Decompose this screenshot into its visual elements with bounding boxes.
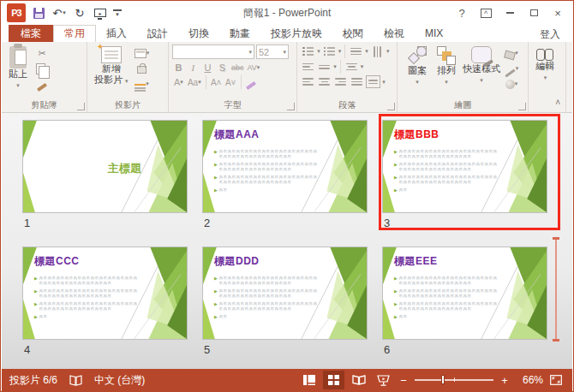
- font-dialog-launcher[interactable]: [287, 103, 295, 110]
- copy-button[interactable]: ▾: [34, 62, 50, 75]
- drawing-dialog-launcher[interactable]: [518, 103, 526, 110]
- greeked-bullet: ▶內容內容內容內容內容內容內容內容內容內容內容內容內容內容內容內容內容內容內容內…: [214, 175, 319, 185]
- collapse-ribbon-button[interactable]: ˄: [555, 98, 560, 107]
- tab-mix[interactable]: MIX: [415, 25, 453, 42]
- justify-button[interactable]: [350, 75, 364, 88]
- font-size-combobox[interactable]: 52▾: [256, 45, 289, 59]
- normal-view-button[interactable]: [298, 371, 320, 389]
- align-right-button[interactable]: [333, 75, 348, 88]
- quick-styles-label: 快速樣式: [463, 63, 500, 74]
- slide-thumbnail[interactable]: 主標題: [22, 120, 188, 213]
- indent-decrease-button[interactable]: [301, 61, 315, 74]
- font-color-button[interactable]: A▾: [172, 76, 185, 89]
- spell-check-icon[interactable]: [69, 375, 82, 386]
- italic-button[interactable]: I: [187, 61, 200, 74]
- reading-view-button[interactable]: [348, 371, 369, 389]
- reset-slide-button[interactable]: [135, 62, 150, 75]
- clear-formatting-button[interactable]: [245, 76, 258, 89]
- tab-home[interactable]: 常用: [53, 25, 96, 42]
- quick-styles-button[interactable]: 快速樣式 ▾: [459, 45, 504, 87]
- shrink-font-button[interactable]: A˅: [224, 76, 237, 89]
- format-painter-button[interactable]: [34, 77, 50, 91]
- paste-dropdown-icon[interactable]: ▾: [16, 80, 20, 91]
- clipboard-group-label: 剪貼簿: [2, 99, 87, 111]
- slide-thumbnail[interactable]: 標題EEE ▶內容內容內容內容內容內容內容內容內容內容內容內容內容內容內容內容內…: [382, 246, 547, 340]
- section-button[interactable]: ▾: [135, 77, 150, 91]
- align-text-button[interactable]: [344, 61, 359, 74]
- text-shadow-button[interactable]: S: [216, 61, 229, 74]
- maximize-button[interactable]: [523, 4, 545, 21]
- slide-thumbnail[interactable]: 標題CCC ▶內容內容內容內容內容內容內容內容內容內容內容內容內容內容內容內容內…: [22, 246, 188, 340]
- shapes-icon: [404, 46, 430, 65]
- shape-fill-button[interactable]: ▾: [504, 46, 519, 60]
- slide-thumbnail[interactable]: 標題DDD ▶內容內容內容內容內容內容內容內容內容內容內容內容內容內容內容內容內…: [202, 246, 368, 340]
- slide-sorter-workspace[interactable]: 主標題 1 標題AAA ▶內容內容內容內容內容內容內容內容內容內容內容內容內容內…: [2, 113, 572, 369]
- undo-button[interactable]: ↶▾: [51, 5, 67, 21]
- start-slideshow-button[interactable]: ▸: [93, 5, 108, 21]
- minimize-button[interactable]: [499, 4, 521, 21]
- slideshow-view-button[interactable]: [373, 371, 394, 389]
- clipboard-dialog-launcher[interactable]: [77, 103, 85, 110]
- slide-thumbnail[interactable]: 標題AAA ▶內容內容內容內容內容內容內容內容內容內容內容內容內容內容內容內容內…: [202, 120, 368, 213]
- paste-button[interactable]: 貼上 ▾: [5, 45, 31, 92]
- slide-thumbnail[interactable]: 標題BBB ▶內容內容內容內容內容內容內容內容內容內容內容內容內容內容內容內容內…: [382, 120, 547, 213]
- save-button[interactable]: [31, 5, 46, 21]
- bold-button[interactable]: B: [172, 61, 185, 74]
- new-slide-button[interactable]: 新增 投影片 ▾: [91, 45, 132, 88]
- undo-dropdown-icon[interactable]: ▾: [63, 9, 66, 16]
- change-case-button[interactable]: Aa▾: [187, 76, 202, 89]
- cut-button[interactable]: ✂: [34, 46, 50, 60]
- shape-outline-icon: [505, 68, 515, 77]
- slide-grid: 主標題 1 標題AAA ▶內容內容內容內容內容內容內容內容內容內容內容內容內容內…: [2, 113, 550, 354]
- align-center-button[interactable]: [317, 75, 332, 88]
- arrange-button[interactable]: 排列 ▾: [433, 45, 459, 89]
- redo-button[interactable]: ↻: [72, 5, 87, 21]
- zoom-slider-handle[interactable]: [441, 375, 445, 384]
- slide-title: 標題DDD: [214, 254, 260, 269]
- editing-label: 編輯: [535, 61, 554, 72]
- zoom-slider-track[interactable]: [415, 379, 493, 381]
- tab-file[interactable]: 檔案: [9, 25, 53, 42]
- line-spacing-button[interactable]: [349, 45, 363, 58]
- maximize-icon: [530, 9, 538, 16]
- greeked-bullet: ▶內容內容內容內容內容內容內容內容內容內容內容內容內容內容內容內容內容內容內容內…: [214, 276, 319, 286]
- language-indicator[interactable]: 中文 (台灣): [94, 373, 145, 388]
- align-left-button[interactable]: [301, 75, 315, 88]
- editing-button[interactable]: 編輯 ▾: [532, 45, 558, 85]
- zoom-out-button[interactable]: −: [398, 374, 410, 387]
- zoom-percentage[interactable]: 66%: [514, 374, 543, 386]
- powerpoint-app-icon[interactable]: P3: [7, 3, 26, 22]
- close-button[interactable]: ×: [547, 4, 569, 21]
- grow-font-button[interactable]: A˄: [210, 76, 223, 89]
- customize-qat-button[interactable]: ▾: [113, 9, 122, 17]
- shape-outline-button[interactable]: ▾: [504, 62, 519, 75]
- help-button[interactable]: ?: [451, 4, 473, 21]
- fit-slide-to-window-button[interactable]: [547, 371, 565, 389]
- tab-review[interactable]: 校閱: [332, 25, 374, 42]
- numbering-button[interactable]: [322, 45, 337, 57]
- undo-icon: ↶: [52, 7, 62, 20]
- bullets-button[interactable]: [301, 45, 315, 57]
- zoom-in-button[interactable]: +: [499, 374, 511, 387]
- ribbon-display-options-button[interactable]: ˄: [475, 4, 497, 21]
- tab-slideshow[interactable]: 投影片放映: [260, 25, 332, 42]
- convert-smartart-button[interactable]: [366, 75, 380, 88]
- text-direction-button[interactable]: [371, 45, 384, 59]
- tab-transitions[interactable]: 切換: [178, 25, 219, 42]
- strikethrough-button[interactable]: abc: [230, 61, 245, 74]
- columns-button[interactable]: [317, 61, 332, 74]
- slide-layout-button[interactable]: ▾: [135, 46, 150, 60]
- sign-in-link[interactable]: 登入: [540, 27, 572, 42]
- underline-button[interactable]: U: [201, 61, 214, 74]
- tab-design[interactable]: 設計: [137, 25, 178, 42]
- character-spacing-button[interactable]: AV▾: [246, 61, 260, 74]
- paragraph-dialog-launcher[interactable]: [387, 103, 395, 110]
- font-name-combobox[interactable]: ▾: [172, 45, 254, 59]
- tab-insert[interactable]: 插入: [96, 25, 137, 42]
- slide-layout-icon: [135, 49, 146, 58]
- tab-view[interactable]: 檢視: [374, 25, 415, 42]
- shapes-gallery-button[interactable]: 圖案 ▾: [401, 45, 433, 89]
- tab-animations[interactable]: 動畫: [219, 25, 260, 42]
- slide-sorter-view-button[interactable]: [323, 371, 344, 389]
- shape-effects-button[interactable]: ▾: [504, 77, 519, 91]
